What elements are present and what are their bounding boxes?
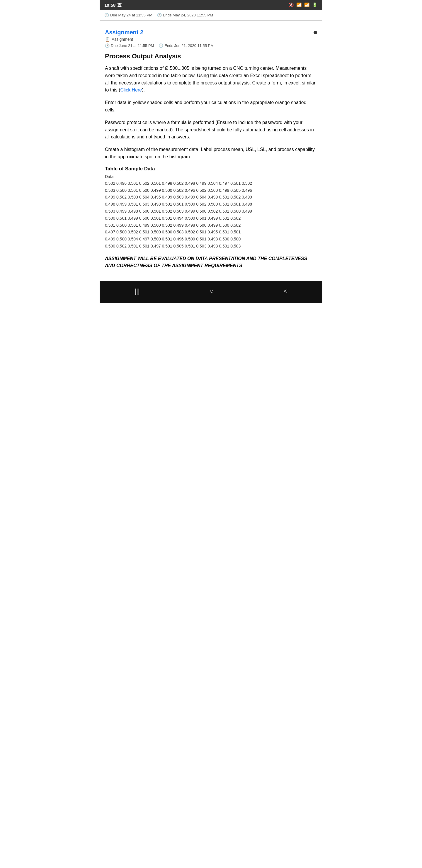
data-table: 0.502 0.496 0.501 0.502 0.501 0.498 0.50… — [105, 180, 317, 250]
assignment-type-icon: 📋 — [105, 37, 110, 42]
click-here-link[interactable]: Click Here — [120, 87, 142, 92]
top-ends-date: 🕐 Ends May 24, 2020 11:55 PM — [157, 13, 213, 17]
para-1-close: ). — [142, 87, 145, 92]
top-ends-label: Ends May 24, 2020 11:55 PM — [163, 13, 213, 17]
assignment-due-date: 🕐 Due June 21 at 11:55 PM — [105, 43, 154, 48]
paragraph-1: A shaft with specifications of Ø.500±.00… — [105, 65, 317, 94]
battery-icon: 🔋 — [312, 2, 318, 8]
data-row-5: 0.503 0.499 0.498 0.500 0.501 0.502 0.50… — [105, 208, 317, 215]
data-label: Data — [105, 174, 317, 179]
ends-clock-icon: 🕐 — [159, 43, 163, 48]
status-icons: 🔇 📶 📶 🔋 — [288, 2, 318, 8]
data-row-9: 0.499 0.500 0.504 0.497 0.500 0.501 0.49… — [105, 236, 317, 243]
status-time: 10:58 🖼 — [104, 3, 122, 8]
signal-icon: 📶 — [304, 2, 310, 8]
divider — [100, 21, 322, 21]
paragraph-3: Password protect cells where a formula i… — [105, 119, 317, 141]
image-icon: 🖼 — [117, 3, 122, 8]
clock-icon-1: 🕐 — [104, 13, 109, 17]
data-row-4: 0.498 0.499 0.501 0.503 0.498 0.501 0.50… — [105, 201, 317, 208]
time-display: 10:58 — [104, 3, 116, 8]
assignment-type-label: Assignment — [112, 37, 133, 42]
paragraph-4: Create a histogram of the measurement da… — [105, 146, 317, 161]
wifi-icon: 📶 — [296, 2, 302, 8]
top-due-label: Due May 24 at 11:55 PM — [110, 13, 152, 17]
data-row-8: 0.497 0.500 0.502 0.501 0.500 0.500 0.50… — [105, 229, 317, 236]
assignment-dates-row: 🕐 Due June 21 at 11:55 PM 🕐 Ends Jun 21,… — [105, 43, 317, 48]
due-clock-icon: 🕐 — [105, 43, 109, 48]
status-bar: 10:58 🖼 🔇 📶 📶 🔋 — [100, 0, 322, 10]
paragraph-2: Enter data in yellow shaded cells and pe… — [105, 99, 317, 114]
mute-icon: 🔇 — [288, 2, 294, 8]
assignment-due-label: Due June 21 at 11:55 PM — [111, 43, 154, 48]
data-row-7: 0.501 0.500 0.501 0.499 0.500 0.502 0.49… — [105, 222, 317, 229]
nav-home-button[interactable]: ○ — [202, 285, 220, 297]
top-dates-row: 🕐 Due May 24 at 11:55 PM 🕐 Ends May 24, … — [100, 10, 322, 21]
table-section-title: Table of Sample Data — [105, 166, 317, 172]
nav-back-button[interactable]: < — [277, 285, 294, 297]
data-row-1: 0.502 0.496 0.501 0.502 0.501 0.498 0.50… — [105, 180, 317, 187]
data-row-2: 0.503 0.500 0.501 0.500 0.499 0.500 0.50… — [105, 187, 317, 194]
assignment-header: Assignment 2 — [105, 29, 317, 36]
clock-icon-2: 🕐 — [157, 13, 162, 17]
data-row-10: 0.500 0.502 0.501 0.501 0.497 0.501 0.50… — [105, 243, 317, 250]
assignment-title-link[interactable]: Assignment 2 — [105, 29, 143, 36]
section-title: Process Output Analysis — [105, 53, 317, 60]
main-content: Assignment 2 📋 Assignment 🕐 Due June 21 … — [100, 24, 322, 281]
data-row-3: 0.499 0.502 0.500 0.504 0.495 0.499 0.50… — [105, 194, 317, 201]
nav-bar: ||| ○ < — [100, 281, 322, 303]
unread-dot — [314, 31, 317, 34]
evaluation-notice: ASSIGNMENT WILL BE EVALUATED ON DATA PRE… — [105, 255, 317, 269]
top-due-date: 🕐 Due May 24 at 11:55 PM — [104, 13, 152, 17]
assignment-type-row: 📋 Assignment — [105, 37, 317, 42]
assignment-ends-label: Ends Jun 21, 2020 11:55 PM — [164, 43, 214, 48]
data-row-6: 0.500 0.501 0.499 0.500 0.501 0.501 0.49… — [105, 215, 317, 222]
nav-recent-apps-button[interactable]: ||| — [128, 285, 147, 297]
assignment-ends-date: 🕐 Ends Jun 21, 2020 11:55 PM — [159, 43, 214, 48]
